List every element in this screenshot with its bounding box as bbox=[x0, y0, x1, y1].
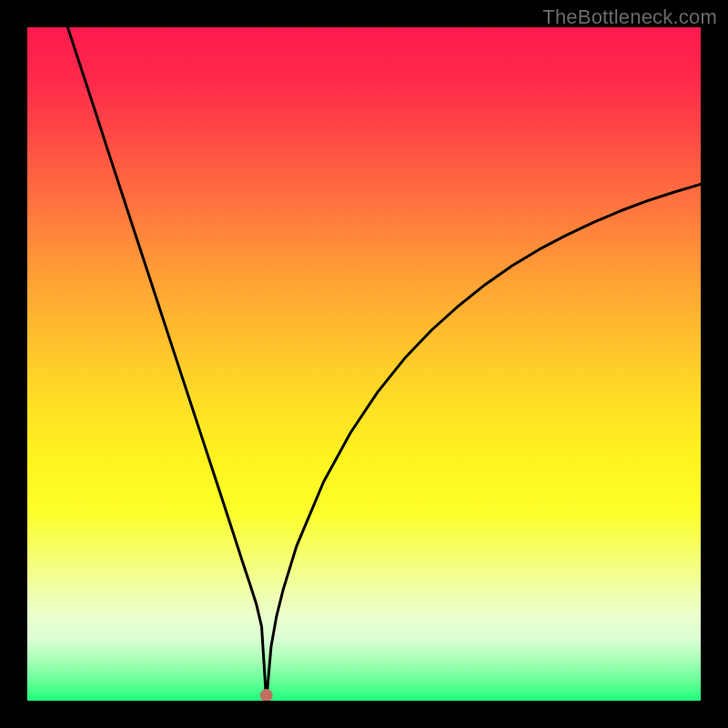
watermark-text: TheBottleneck.com bbox=[542, 5, 717, 29]
chart-frame: TheBottleneck.com bbox=[0, 0, 728, 728]
min-marker bbox=[260, 689, 273, 701]
plot-area bbox=[27, 27, 701, 701]
curve-layer bbox=[27, 27, 701, 701]
bottleneck-curve bbox=[67, 27, 701, 701]
